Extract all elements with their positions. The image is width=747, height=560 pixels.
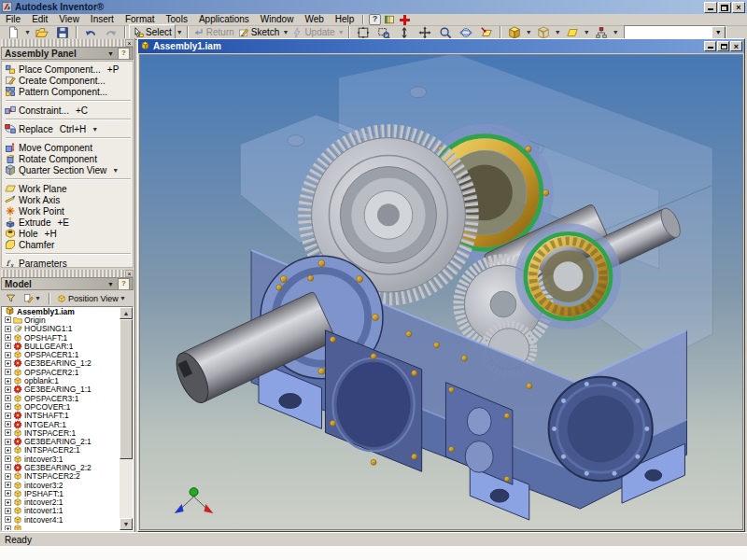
expander-plus-icon[interactable]: [5, 516, 11, 523]
display-mode-dropdown[interactable]: ▼: [525, 29, 533, 35]
position-view-button[interactable]: Position View ▼: [54, 290, 130, 306]
panel-item-work-point[interactable]: Work Point: [4, 205, 133, 217]
tree-item-intspacer2-2[interactable]: INTSPACER2:2: [2, 472, 120, 481]
expander-plus-icon[interactable]: [5, 403, 11, 410]
expander-plus-icon[interactable]: [5, 429, 11, 436]
panel-item-work-axis[interactable]: Work Axis: [4, 194, 133, 205]
expander-plus-icon[interactable]: [5, 316, 11, 323]
expander-plus-icon[interactable]: [5, 455, 11, 462]
expander-plus-icon[interactable]: [5, 343, 11, 349]
panel-help-button[interactable]: ?: [118, 48, 130, 60]
tree-item-ipshaft-1[interactable]: IPSHAFT:1: [2, 489, 120, 497]
expander-plus-icon[interactable]: [5, 482, 11, 488]
panel-item-place-component[interactable]: Place Component...+P: [4, 63, 133, 75]
browser-options-button[interactable]: ▼: [21, 290, 45, 306]
panel-item-quarter-section-view[interactable]: Quarter Section View▼: [4, 164, 133, 175]
app-close-button[interactable]: ×: [732, 2, 745, 13]
tree-item-ge3bearing-1-2[interactable]: GE3BEARING_1:2: [2, 359, 120, 368]
expander-plus-icon[interactable]: [5, 352, 11, 358]
expander-plus-icon[interactable]: [5, 447, 11, 454]
panel-item-dropdown[interactable]: ▼: [112, 167, 119, 174]
model-browser-header[interactable]: Model ▼ ?: [1, 277, 134, 290]
scroll-down-button[interactable]: ▼: [120, 518, 133, 530]
expander-plus-icon[interactable]: [5, 369, 11, 375]
tree-item-partial[interactable]: [2, 524, 120, 530]
sketch-dropdown[interactable]: ▼: [281, 29, 289, 35]
tree-scrollbar[interactable]: ▲ ▼: [120, 307, 133, 530]
3d-viewport[interactable]: [139, 54, 743, 530]
expander-plus-icon[interactable]: [5, 464, 11, 470]
doc-close-button[interactable]: ×: [730, 41, 742, 51]
tree-item-opspacer1-1[interactable]: OPSPACER1:1: [2, 350, 120, 358]
expander-plus-icon[interactable]: [5, 490, 11, 497]
tree-item-opcover-1[interactable]: OPCOVER:1: [2, 402, 120, 411]
tree-item-opshaft-1[interactable]: OPSHAFT:1: [2, 333, 120, 342]
tree-root[interactable]: Assembly1.iam: [2, 307, 120, 315]
scroll-up-button[interactable]: ▲: [120, 307, 133, 319]
expander-plus-icon[interactable]: [5, 386, 11, 393]
browser-menu-caret[interactable]: ▼: [107, 281, 114, 287]
shadow-mode-dropdown[interactable]: ▼: [583, 29, 591, 35]
expander-plus-icon[interactable]: [5, 508, 11, 514]
panel-close-icon[interactable]: ×: [125, 39, 134, 47]
combobox-dropdown[interactable]: ▼: [712, 26, 726, 39]
expander-plus-icon[interactable]: [5, 334, 11, 341]
expander-plus-icon[interactable]: [5, 439, 11, 445]
document-titlebar[interactable]: Assembly1.iam ×: [138, 39, 744, 53]
tree-item-bullgear-1[interactable]: BULLGEAR:1: [2, 342, 120, 350]
new-dropdown[interactable]: ▼: [23, 29, 32, 35]
panel-item-parameters[interactable]: Parameters: [4, 258, 133, 268]
expander-plus-icon[interactable]: [5, 378, 11, 385]
camera-mode-dropdown[interactable]: ▼: [554, 29, 562, 35]
panel-item-move-component[interactable]: Move Component: [4, 142, 133, 153]
panel-item-work-plane[interactable]: Work Plane: [4, 183, 133, 194]
panel-item-chamfer[interactable]: Chamfer: [4, 239, 133, 250]
panel-item-replace[interactable]: ReplaceCtrl+H▼: [4, 123, 133, 134]
app-restore-button[interactable]: [718, 2, 731, 13]
tree-item-intshaft-1[interactable]: INTSHAFT:1: [2, 412, 120, 420]
expander-plus-icon[interactable]: [5, 473, 11, 480]
tree-item-intcover4-1[interactable]: intcover4:1: [2, 515, 120, 524]
expander-plus-icon[interactable]: [5, 499, 11, 506]
tree-item-intcover1-1[interactable]: intcover1:1: [2, 507, 120, 515]
expander-plus-icon[interactable]: [5, 326, 11, 332]
tree-item-intcover3-2[interactable]: intcover3:2: [2, 481, 120, 489]
browser-filter-button[interactable]: [3, 290, 19, 306]
update-dropdown[interactable]: ▼: [337, 29, 345, 35]
panel-item-pattern-component[interactable]: Pattern Component...: [4, 86, 133, 97]
tree-item-opspacer3-1[interactable]: OPSPACER3:1: [2, 394, 120, 402]
panel-item-extrude[interactable]: Extrude+E: [4, 217, 133, 228]
assembly-panel-header[interactable]: Assembly Panel ▼ ?: [1, 47, 134, 60]
browser-help-button[interactable]: ?: [118, 278, 130, 290]
tree-item-origin[interactable]: Origin: [2, 315, 120, 324]
panel-item-hole[interactable]: Hole+H: [4, 228, 133, 239]
panel-item-create-component[interactable]: Create Component...: [4, 75, 133, 86]
tree-item-housing1-1[interactable]: HOUSING1:1: [2, 325, 120, 333]
select-dropdown[interactable]: ▼: [176, 29, 184, 35]
tree-item-intcover2-1[interactable]: intcover2:1: [2, 498, 120, 507]
tree-item-ge3bearing-2-1[interactable]: GE3BEARING_2:1: [2, 437, 120, 445]
tree-item-opblank-1[interactable]: opblank:1: [2, 376, 120, 385]
tree-item-ge3bearing-2-2[interactable]: GE3BEARING_2:2: [2, 463, 120, 471]
doc-maximize-button[interactable]: [717, 41, 729, 51]
expander-plus-icon[interactable]: [5, 395, 11, 401]
tree-item-intspacer-1[interactable]: INTSPACER:1: [2, 428, 120, 437]
browser-grip[interactable]: ×: [1, 270, 134, 277]
panel-grip[interactable]: ×: [1, 39, 134, 47]
panel-item-dropdown[interactable]: ▼: [92, 126, 98, 133]
panel-item-constraint[interactable]: Constraint...+C: [4, 105, 133, 116]
expander-plus-icon[interactable]: [5, 413, 11, 419]
expander-plus-icon[interactable]: [5, 360, 11, 367]
tree-item-ge3bearing-1-1[interactable]: GE3BEARING_1:1: [2, 385, 120, 394]
scheme-dropdown[interactable]: ▼: [612, 29, 620, 35]
panel-menu-caret[interactable]: ▼: [107, 50, 114, 57]
app-minimize-button[interactable]: [704, 2, 717, 13]
browser-close-icon[interactable]: ×: [125, 270, 134, 277]
tree-item-intcover3-1[interactable]: intcover3:1: [2, 455, 120, 463]
tree-item-intgear-1[interactable]: INTGEAR:1: [2, 420, 120, 428]
tree-item-opspacer2-1[interactable]: OPSPACER2:1: [2, 368, 120, 376]
expander-plus-icon[interactable]: [5, 421, 11, 427]
expander-plus-icon[interactable]: [5, 525, 11, 530]
tree-item-intspacer2-1[interactable]: INTSPACER2:1: [2, 446, 120, 455]
panel-item-rotate-component[interactable]: Rotate Component: [4, 153, 133, 164]
